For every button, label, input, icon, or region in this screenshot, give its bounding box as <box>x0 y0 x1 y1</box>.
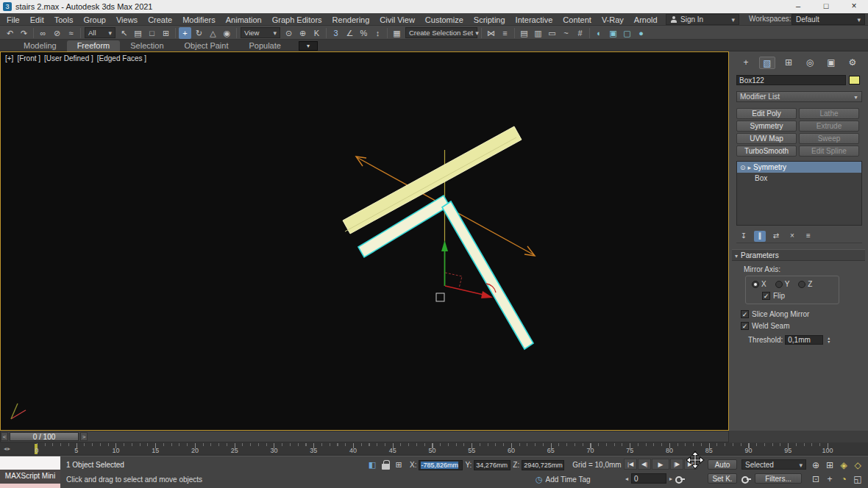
zoom-all-icon[interactable]: ⊞ <box>823 459 836 472</box>
menu-civil-view[interactable]: Civil View <box>374 14 419 26</box>
weld-seam-row[interactable]: Weld Seam <box>741 322 862 330</box>
weld-seam-checkbox[interactable] <box>741 322 749 330</box>
selection-filter-dropdown[interactable]: All <box>85 27 115 38</box>
time-slider-handle[interactable]: 0 / 100 <box>10 432 79 441</box>
show-end-result-icon[interactable]: ∥ <box>754 231 766 242</box>
create-tab[interactable]: + <box>738 57 754 69</box>
angle-snap-toggle-icon[interactable]: ∠ <box>344 27 356 39</box>
auto-key-button[interactable]: Auto <box>708 459 737 470</box>
pin-stack-icon[interactable]: ↧ <box>738 231 750 242</box>
symmetry-button[interactable]: Symmetry <box>736 121 797 132</box>
minimize-button[interactable]: – <box>784 0 812 13</box>
use-pivot-point-center-icon[interactable]: ⊙ <box>282 27 295 39</box>
pan-view-icon[interactable]: + <box>823 473 836 486</box>
menu-modifiers[interactable]: Modifiers <box>177 14 221 26</box>
selection-set-dropdown[interactable]: Selected <box>741 459 806 470</box>
menu-animation[interactable]: Animation <box>221 14 267 26</box>
viewport-shading-menu[interactable]: [Edged Faces ] <box>97 54 146 62</box>
parameters-rollout-header[interactable]: Parameters <box>732 249 865 261</box>
curve-editor-icon[interactable]: ~ <box>560 27 572 39</box>
undo-icon[interactable]: ↶ <box>4 27 16 39</box>
maximize-button[interactable]: □ <box>812 0 840 13</box>
maxscript-mini-listener[interactable]: MAXScript Mini <box>0 456 60 488</box>
frame-down-arrow[interactable]: ◂ <box>624 476 630 482</box>
expand-arrow-icon[interactable]: ▸ <box>748 164 752 171</box>
time-slider-track[interactable] <box>0 431 729 442</box>
slice-along-mirror-checkbox[interactable] <box>741 310 749 318</box>
window-crossing-toggle-icon[interactable]: ⊞ <box>160 27 172 39</box>
menu-group[interactable]: Group <box>78 14 111 26</box>
zoom-region-icon[interactable]: ⊡ <box>809 473 822 486</box>
symmetry-beam-object[interactable] <box>358 195 533 349</box>
selection-lock-toggle-icon[interactable] <box>381 460 390 470</box>
remove-modifier-icon[interactable]: × <box>786 231 798 242</box>
key-mode-toggle-icon[interactable] <box>675 474 685 484</box>
menu-views[interactable]: Views <box>111 14 143 26</box>
modifier-stack[interactable]: ⊙▸SymmetryBox <box>736 161 862 226</box>
unlink-selection-icon[interactable]: ⊘ <box>51 27 63 39</box>
align-icon[interactable]: ≡ <box>499 27 511 39</box>
menu-customize[interactable]: Customize <box>420 14 469 26</box>
close-button[interactable]: × <box>840 0 868 13</box>
percent-snap-toggle-icon[interactable]: % <box>357 27 370 39</box>
toggle-ribbon-icon[interactable]: ▭ <box>546 27 558 39</box>
set-key-button[interactable]: Set K. <box>708 473 737 484</box>
mirror-axis-z-radio[interactable]: Z <box>798 280 812 288</box>
orbit-icon[interactable]: ◔ <box>837 473 850 486</box>
play-animation-button[interactable]: ▶ <box>652 459 669 470</box>
ribbon-config-icon[interactable]: ▾ <box>299 41 318 51</box>
next-frame-button[interactable]: |▶ <box>670 459 683 470</box>
z-coordinate-field[interactable]: 2940,725mm <box>522 460 564 470</box>
ribbon-tab-modeling[interactable]: Modeling <box>13 40 67 51</box>
timeline-ruler[interactable]: ◂▸ 0510152025303540455055606570758085909… <box>0 442 868 456</box>
next-frame-arrow[interactable]: > <box>80 432 88 441</box>
toggle-layer-explorer-icon[interactable]: ▥ <box>532 27 544 39</box>
menu-edit[interactable]: Edit <box>25 14 49 26</box>
modifier-stack-item-symmetry[interactable]: ⊙▸Symmetry <box>737 162 861 173</box>
current-frame-field[interactable]: 0 <box>631 473 666 484</box>
render-setup-icon[interactable]: ▣ <box>607 27 619 39</box>
hierarchy-tab[interactable]: ⊞ <box>780 57 797 69</box>
object-color-swatch[interactable] <box>849 76 860 85</box>
edit-spline-button[interactable]: Edit Spline <box>799 146 859 157</box>
workspaces-dropdown[interactable]: Default <box>791 14 865 25</box>
viewport[interactable]: [+][Front ][User Defined ][Edged Faces ] <box>0 51 729 431</box>
select-object-icon[interactable]: ↖ <box>118 27 130 39</box>
turbosmooth-button[interactable]: TurboSmooth <box>736 146 797 157</box>
go-to-start-button[interactable]: |◀ <box>624 459 637 470</box>
named-selection-sets-dropdown[interactable]: Create Selection Set <box>405 27 477 38</box>
lathe-button[interactable]: Lathe <box>799 108 859 119</box>
menu-file[interactable]: File <box>1 14 25 26</box>
rendered-frame-window-icon[interactable]: ▢ <box>621 27 633 39</box>
modify-tab[interactable]: ▧ <box>759 57 775 69</box>
maximize-viewport-toggle-icon[interactable]: ◱ <box>851 473 864 486</box>
select-and-move-icon[interactable]: + <box>179 27 191 39</box>
display-tab[interactable]: ▣ <box>823 57 839 69</box>
spinner-snap-toggle-icon[interactable]: ↕ <box>371 27 384 39</box>
y-coordinate-field[interactable]: 34,276mm <box>474 460 511 470</box>
edit-poly-button[interactable]: Edit Poly <box>736 108 797 119</box>
mirror-icon[interactable]: ⋈ <box>485 27 497 39</box>
select-by-name-icon[interactable]: ▤ <box>132 27 144 39</box>
zoom-extents-all-icon[interactable]: ◇ <box>851 459 864 472</box>
material-editor-icon[interactable]: ◐ <box>593 27 605 39</box>
viewport-user-defined-menu[interactable]: [User Defined ] <box>44 54 93 62</box>
menu-tools[interactable]: Tools <box>49 14 79 26</box>
bind-to-space-warp-icon[interactable]: ≈ <box>65 27 77 39</box>
toggle-scene-explorer-icon[interactable]: ▤ <box>518 27 530 39</box>
reference-coordinate-system-dropdown[interactable]: View <box>241 27 280 38</box>
select-and-link-icon[interactable]: ∞ <box>37 27 49 39</box>
menu-interactive[interactable]: Interactive <box>511 14 558 26</box>
ribbon-tab-freeform[interactable]: Freeform <box>67 40 121 51</box>
extrude-button[interactable]: Extrude <box>799 121 859 132</box>
key-filters-icon[interactable] <box>741 474 751 484</box>
previous-frame-arrow[interactable]: < <box>1 432 8 441</box>
menu-arnold[interactable]: Arnold <box>629 14 663 26</box>
mirror-axis-y-radio[interactable]: Y <box>775 280 790 288</box>
maxscript-recorder-field[interactable] <box>0 484 60 488</box>
flip-checkbox[interactable] <box>762 292 770 300</box>
x-coordinate-field[interactable]: -785,826mm <box>419 460 463 470</box>
menu-v-ray[interactable]: V-Ray <box>597 14 629 26</box>
menu-create[interactable]: Create <box>143 14 177 26</box>
motion-tab[interactable]: ◎ <box>802 57 818 69</box>
